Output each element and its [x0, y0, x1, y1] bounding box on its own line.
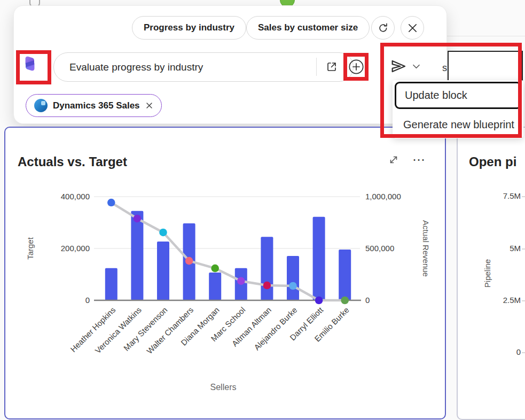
bar-Mary Stevenson[interactable] — [157, 242, 169, 300]
data-point-Mary Stevenson[interactable] — [159, 229, 167, 237]
gridline-stub — [522, 196, 525, 197]
menu-item-label: Generate new blueprint — [403, 119, 514, 131]
bar-Alejandro Burke[interactable] — [287, 256, 299, 300]
data-point-Veronica Watkins[interactable] — [134, 215, 142, 223]
x-tick-Veronica Watkins: Veronica Watkins — [93, 305, 143, 355]
copilot-logo — [16, 50, 44, 77]
gridline-stub — [522, 352, 525, 353]
add-data-source-button[interactable] — [348, 59, 364, 75]
right-tick: 500,000 — [365, 244, 394, 253]
x-tick-Mary Stevenson: Mary Stevenson — [122, 305, 169, 353]
close-button[interactable] — [401, 16, 424, 40]
highlighted-field-box — [448, 51, 523, 81]
pill-label: Progress by industry — [144, 22, 234, 33]
data-source-chip[interactable]: Dynamics 365 Sales — [26, 94, 162, 117]
x-axis-title: Sellers — [210, 383, 237, 392]
data-point-Diana Morgan[interactable] — [211, 265, 219, 273]
bar-Emilio Burke[interactable] — [339, 250, 351, 300]
refresh-icon — [378, 22, 389, 34]
x-tick-Walter Chambers: Walter Chambers — [145, 305, 195, 355]
input-divider — [316, 58, 317, 76]
left-tick: 0 — [85, 295, 90, 305]
left-tick: 400,000 — [61, 192, 90, 201]
suggestion-pill-progress-by-industry[interactable]: Progress by industry — [132, 16, 246, 40]
clipped-background-text: s — [442, 63, 447, 74]
bar-Altman Altman[interactable] — [261, 237, 273, 300]
gridline-stub — [522, 248, 525, 250]
send-options-menu: Update block Generate new blueprint — [393, 80, 523, 137]
send-icon — [389, 58, 408, 75]
chevron-down-icon — [412, 64, 420, 69]
bar-Darryl Elliott[interactable] — [313, 217, 325, 300]
y-tick: 0 — [481, 347, 521, 356]
y-tick: 7.5M — [481, 191, 521, 200]
data-point-Heather Hopkins[interactable] — [107, 199, 115, 207]
pill-label: Sales by customer size — [258, 22, 358, 33]
dynamics-365-sales-icon — [34, 99, 48, 112]
prompt-input[interactable] — [68, 53, 316, 81]
right-tick: 1,000,000 — [365, 192, 401, 201]
close-icon — [408, 23, 418, 33]
bar-Diana Morgan[interactable] — [209, 273, 221, 300]
dynamics-365-copilot-icon — [20, 53, 40, 74]
bar-Veronica Watkins[interactable] — [131, 211, 143, 300]
right-tick: 0 — [365, 295, 370, 305]
send-button[interactable] — [387, 56, 410, 76]
actual-revenue-line — [111, 203, 344, 300]
y-tick: 5M — [481, 244, 521, 253]
x-tick-Heather Hopkins: Heather Hopkins — [68, 305, 117, 354]
chip-remove-icon[interactable] — [145, 102, 153, 110]
right-axis-title: Actual Revenue — [421, 220, 430, 277]
menu-item-update-block[interactable]: Update block — [395, 82, 522, 109]
data-point-Darryl Elliott[interactable] — [315, 297, 323, 305]
prompt-input-container — [53, 52, 354, 82]
menu-item-generate-new-blueprint[interactable]: Generate new blueprint — [395, 111, 522, 138]
bar-Heather Hopkins[interactable] — [105, 268, 117, 300]
background-window-edge — [446, 36, 525, 36]
open-in-window-button[interactable] — [324, 59, 340, 75]
data-point-Alejandro Burke[interactable] — [289, 282, 297, 290]
open-in-window-icon — [325, 60, 338, 73]
menu-item-label: Update block — [405, 89, 467, 102]
actuals-vs-target-chart: 400,000200,00001,000,000500,0000TargetAc… — [4, 127, 444, 417]
chip-label: Dynamics 365 Sales — [53, 100, 140, 111]
chart-title: Open pi — [469, 154, 516, 169]
data-point-Altman Altman[interactable] — [263, 282, 271, 290]
send-options-dropdown[interactable] — [411, 62, 421, 71]
suggestion-pill-sales-by-customer-size[interactable]: Sales by customer size — [246, 16, 370, 40]
left-axis-title: Target — [26, 237, 35, 260]
left-tick: 200,000 — [61, 244, 90, 253]
y-tick: 2.5M — [481, 295, 521, 305]
plus-circle-icon — [348, 59, 364, 75]
data-point-Walter Chambers[interactable] — [185, 257, 193, 265]
data-point-Marc School[interactable] — [237, 277, 245, 285]
screen: Progress by industry Sales by customer s… — [0, 0, 525, 420]
data-point-Emilio Burke[interactable] — [341, 297, 349, 305]
gridline-stub — [522, 300, 525, 301]
refresh-button[interactable] — [371, 16, 395, 40]
y-axis-label-pipeline: Pipeline — [483, 252, 492, 295]
